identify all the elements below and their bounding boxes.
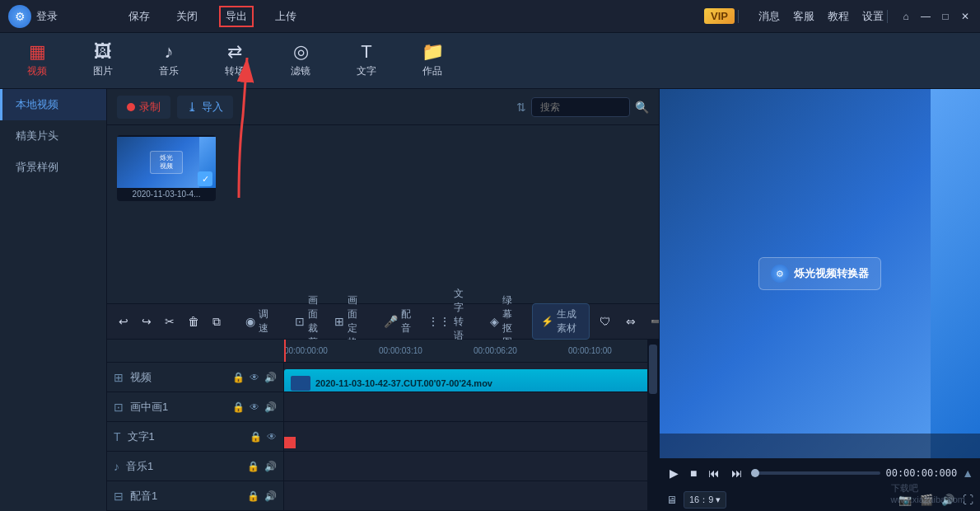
track-music-controls: 🔒 🔊	[247, 461, 277, 472]
playhead[interactable]	[284, 340, 286, 362]
track-video-controls: 🔒 👁 🔊	[232, 372, 277, 383]
ruler-mark-3: 00:00:10:00	[568, 346, 659, 355]
track-video-eye[interactable]: 👁	[250, 372, 259, 383]
track-audio-label: ⊟ 配音1 🔒 🔊	[107, 481, 284, 510]
search-icon[interactable]: 🔍	[635, 101, 649, 114]
track-pip-eye[interactable]: 👁	[250, 401, 259, 413]
track-pip-lock[interactable]: 🔒	[232, 401, 245, 413]
media-toolbar: 录制 ⤓ 导入 ⇅ 🔍	[107, 89, 659, 125]
toolbar-video[interactable]: ▦ 视频	[8, 36, 66, 86]
track-pip-audio[interactable]: 🔊	[264, 401, 277, 413]
track-text-lock[interactable]: 🔒	[250, 431, 262, 443]
toolbar-photo[interactable]: 🖼 图片	[74, 36, 132, 86]
greenscreen-icon: ◈	[490, 315, 499, 328]
search-input[interactable]	[531, 97, 630, 117]
export-menu[interactable]: 导出	[219, 6, 254, 27]
toolbar-text-label: 文字	[357, 64, 376, 78]
track-pip: ⊡ 画中画1 🔒 👁 🔊	[107, 392, 659, 422]
logo-area: ⚙ 登录	[8, 5, 107, 28]
tutorial-link[interactable]: 教程	[828, 9, 849, 24]
track-video-audio[interactable]: 🔊	[264, 372, 277, 383]
toolbar-works[interactable]: 📁 作品	[404, 36, 461, 86]
progress-dot[interactable]	[751, 469, 759, 477]
track-pip-controls: 🔒 👁 🔊	[232, 401, 277, 413]
close-menu[interactable]: 关闭	[171, 6, 203, 27]
toolbar-filter-label: 滤镜	[291, 64, 310, 78]
track-audio-content[interactable]	[284, 481, 659, 510]
edit-protect-button[interactable]: 🛡	[595, 312, 616, 331]
record-button[interactable]: 录制	[117, 96, 170, 119]
filter-icon: ◎	[293, 43, 309, 61]
preview-screenshot-icon[interactable]: 📷	[898, 494, 912, 506]
toolbar-text[interactable]: T 文字	[338, 36, 395, 86]
edit-expand-button[interactable]: ⇔	[621, 312, 641, 331]
transition-icon: ⇄	[227, 43, 242, 61]
title-bar: ⚙ 登录 保存 关闭 导出 上传 VIP 消息 客服 教程 设置 ⌂ — □ ✕	[0, 0, 980, 33]
track-music-audio[interactable]: 🔊	[264, 461, 277, 472]
timeline-scrollbar[interactable]	[647, 340, 659, 511]
save-menu[interactable]: 保存	[124, 6, 155, 27]
toolbar-filter[interactable]: ◎ 滤镜	[272, 36, 329, 86]
track-audio-lock[interactable]: 🔒	[247, 490, 259, 502]
timecode-up-button[interactable]: ▲	[962, 466, 973, 480]
track-music-content[interactable]	[284, 452, 659, 481]
track-audio-audio[interactable]: 🔊	[264, 490, 277, 502]
nav-local-video[interactable]: 本地视频	[0, 89, 106, 120]
import-button[interactable]: ⤓ 导入	[177, 96, 233, 119]
track-text-eye[interactable]: 👁	[267, 431, 277, 443]
support-link[interactable]: 客服	[793, 9, 814, 24]
preview-fullscreen-icon[interactable]: ⛶	[963, 494, 973, 506]
preview-audio-icon[interactable]: 🔊	[941, 494, 954, 506]
text-playhead-marker	[284, 437, 296, 448]
messages-link[interactable]: 消息	[758, 9, 780, 24]
toolbar-transition[interactable]: ⇄ 转场	[206, 36, 264, 86]
nav-bg-samples[interactable]: 背景样例	[0, 152, 106, 183]
track-music-lock[interactable]: 🔒	[247, 461, 259, 472]
track-text-controls: 🔒 👁	[250, 431, 277, 443]
login-button[interactable]: 登录	[36, 9, 58, 24]
home-button[interactable]: ⌂	[899, 10, 912, 23]
track-music-label: ♪ 音乐1 🔒 🔊	[107, 452, 284, 481]
arrange-button[interactable]: ⧉	[208, 312, 226, 332]
timeline-ruler: 00:00:00:00 00:00:03:10 00:00:06:20 00:0…	[107, 340, 659, 363]
scroll-thumb[interactable]	[649, 345, 657, 394]
audio-tune-button[interactable]: ◉ 调速	[239, 304, 275, 339]
sort-icon[interactable]: ⇅	[516, 101, 526, 114]
ruler-mark-0: 00:00:00:00	[284, 346, 379, 355]
upload-menu[interactable]: 上传	[270, 6, 301, 27]
generate-icon: ⚡	[541, 316, 553, 327]
video-clip-1[interactable]: 2020-11-03-10-42-37.CUT.00'07-00'24.mov	[284, 369, 659, 391]
nav-fine-clips[interactable]: 精美片头	[0, 120, 106, 152]
generate-button[interactable]: ⚡ 生成素材	[532, 303, 590, 340]
minimize-button[interactable]: —	[919, 10, 932, 23]
scissors-button[interactable]: ✂	[160, 312, 180, 331]
vip-badge[interactable]: VIP	[704, 8, 735, 24]
prev-button[interactable]: ⏮	[705, 465, 723, 481]
media-file-1[interactable]: 烁光视频 ✓ 2020-11-03-10-4...	[117, 135, 216, 201]
audio-mix-button[interactable]: 🎤 配音	[377, 304, 418, 339]
preview-progress-bar[interactable]	[751, 471, 880, 475]
close-button[interactable]: ✕	[959, 10, 972, 23]
search-area: ⇅ 🔍	[516, 97, 649, 117]
track-text-content[interactable]	[284, 422, 659, 451]
settings-link[interactable]: 设置	[862, 9, 884, 24]
track-audio-name: 配音1	[130, 489, 157, 504]
redo-button[interactable]: ↪	[137, 312, 156, 331]
toolbar-music[interactable]: ♪ 音乐	[140, 36, 198, 86]
track-video-lock[interactable]: 🔒	[232, 372, 245, 383]
maximize-button[interactable]: □	[939, 10, 952, 23]
aspect-ratio-select[interactable]: 16：9 ▾	[684, 491, 726, 509]
next-button[interactable]: ⏭	[728, 465, 746, 481]
track-pip-icon: ⊡	[114, 401, 124, 414]
app-logo-icon: ⚙	[8, 5, 31, 28]
delete-button[interactable]: 🗑	[183, 312, 204, 331]
stop-button[interactable]: ■	[687, 465, 700, 481]
preview-camera-icon[interactable]: 🎬	[920, 494, 933, 506]
preview-screen: ⚙ 烁光视频转换器	[660, 89, 980, 458]
media-section: 录制 ⤓ 导入 ⇅ 🔍 烁光视频	[107, 89, 659, 303]
track-pip-content[interactable]	[284, 392, 659, 421]
track-video-content[interactable]: 2020-11-03-10-42-37.CUT.00'07-00'24.mov	[284, 363, 659, 391]
undo-button[interactable]: ↩	[114, 312, 133, 331]
play-button[interactable]: ▶	[666, 465, 682, 481]
track-video: ⊞ 视频 🔒 👁 🔊 2020-11-03-10-42-37.CUT.00'07…	[107, 363, 659, 392]
